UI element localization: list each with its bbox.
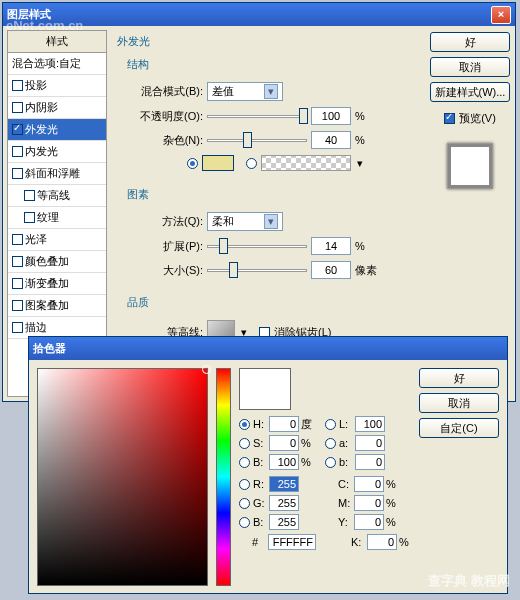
picker-ok-button[interactable]: 好 xyxy=(419,368,499,388)
preview-checkbox[interactable] xyxy=(444,113,455,124)
spread-input[interactable]: 14 xyxy=(311,237,351,255)
k-input[interactable]: 0 xyxy=(367,534,397,550)
sidebar-item-pattern-overlay[interactable]: 图案叠加 xyxy=(8,295,106,317)
group-quality: 品质 xyxy=(115,293,421,312)
h-radio[interactable] xyxy=(239,419,250,430)
g-input[interactable]: 255 xyxy=(269,495,299,511)
l-input[interactable]: 100 xyxy=(355,416,385,432)
h-input[interactable]: 0 xyxy=(269,416,299,432)
checkbox-icon[interactable] xyxy=(12,322,23,333)
color-preview-swatch[interactable] xyxy=(239,368,291,410)
technique-select[interactable]: 柔和▾ xyxy=(207,212,283,231)
sidebar-item-inner-shadow[interactable]: 内阴影 xyxy=(8,97,106,119)
preview-swatch xyxy=(447,143,493,189)
checkbox-icon[interactable] xyxy=(12,124,23,135)
close-icon[interactable]: × xyxy=(491,6,511,24)
opacity-label: 不透明度(O): xyxy=(127,109,203,124)
sidebar-item-texture[interactable]: 纹理 xyxy=(8,207,106,229)
l-radio[interactable] xyxy=(325,419,336,430)
spread-slider[interactable] xyxy=(207,238,307,254)
glow-color-swatch[interactable] xyxy=(202,155,234,171)
checkbox-icon[interactable] xyxy=(12,256,23,267)
blend-mode-select[interactable]: 差值▾ xyxy=(207,82,283,101)
ok-button[interactable]: 好 xyxy=(430,32,510,52)
panel-title: 外发光 xyxy=(115,32,421,51)
picker-cancel-button[interactable]: 取消 xyxy=(419,393,499,413)
hex-input[interactable]: FFFFFF xyxy=(268,534,316,550)
checkbox-icon[interactable] xyxy=(12,278,23,289)
sidebar-item-inner-glow[interactable]: 内发光 xyxy=(8,141,106,163)
layer-style-title: 图层样式 xyxy=(7,7,51,22)
color-gradient-radio[interactable] xyxy=(246,158,257,169)
glow-gradient-swatch[interactable] xyxy=(261,155,351,171)
sidebar-item-satin[interactable]: 光泽 xyxy=(8,229,106,251)
a-radio[interactable] xyxy=(325,438,336,449)
color-cursor-icon xyxy=(202,365,211,374)
color-picker-window: 拾色器 H:0度L:100 S:0%a:0 B:100%b:0 R:255C:0… xyxy=(28,336,508,594)
new-style-button[interactable]: 新建样式(W)... xyxy=(430,82,510,102)
bb-radio[interactable] xyxy=(239,517,250,528)
b-radio[interactable] xyxy=(325,457,336,468)
blend-mode-label: 混合模式(B): xyxy=(127,84,203,99)
checkbox-icon[interactable] xyxy=(12,234,23,245)
color-solid-radio[interactable] xyxy=(187,158,198,169)
m-input[interactable]: 0 xyxy=(354,495,384,511)
opacity-input[interactable]: 100 xyxy=(311,107,351,125)
checkbox-icon[interactable] xyxy=(12,80,23,91)
checkbox-icon[interactable] xyxy=(12,102,23,113)
preview-label: 预览(V) xyxy=(459,111,496,126)
b-input[interactable]: 0 xyxy=(355,454,385,470)
checkbox-icon[interactable] xyxy=(24,212,35,223)
sidebar-item-color-overlay[interactable]: 颜色叠加 xyxy=(8,251,106,273)
s-radio[interactable] xyxy=(239,438,250,449)
technique-label: 方法(Q): xyxy=(127,214,203,229)
color-field[interactable] xyxy=(37,368,208,586)
sidebar-item-gradient-overlay[interactable]: 渐变叠加 xyxy=(8,273,106,295)
layer-style-titlebar[interactable]: 图层样式 × xyxy=(3,3,515,26)
noise-input[interactable]: 40 xyxy=(311,131,351,149)
chevron-down-icon: ▾ xyxy=(264,84,278,99)
s-input[interactable]: 0 xyxy=(269,435,299,451)
sidebar-header: 样式 xyxy=(8,31,106,53)
checkbox-icon[interactable] xyxy=(12,300,23,311)
sidebar-blend-options[interactable]: 混合选项:自定 xyxy=(8,53,106,75)
g-radio[interactable] xyxy=(239,498,250,509)
hue-slider[interactable] xyxy=(216,368,231,586)
sidebar-item-contour[interactable]: 等高线 xyxy=(8,185,106,207)
a-input[interactable]: 0 xyxy=(355,435,385,451)
size-label: 大小(S): xyxy=(127,263,203,278)
color-picker-titlebar[interactable]: 拾色器 xyxy=(29,337,507,360)
sidebar-item-outer-glow[interactable]: 外发光 xyxy=(8,119,106,141)
bv-radio[interactable] xyxy=(239,457,250,468)
color-picker-title: 拾色器 xyxy=(33,341,66,356)
noise-label: 杂色(N): xyxy=(127,133,203,148)
checkbox-icon[interactable] xyxy=(12,146,23,157)
group-structure: 结构 xyxy=(115,55,421,74)
bb-input[interactable]: 255 xyxy=(269,514,299,530)
bv-input[interactable]: 100 xyxy=(269,454,299,470)
r-input[interactable]: 255 xyxy=(269,476,299,492)
picker-custom-button[interactable]: 自定(C) xyxy=(419,418,499,438)
c-input[interactable]: 0 xyxy=(354,476,384,492)
opacity-slider[interactable] xyxy=(207,108,307,124)
size-input[interactable]: 60 xyxy=(311,261,351,279)
cancel-button[interactable]: 取消 xyxy=(430,57,510,77)
checkbox-icon[interactable] xyxy=(12,168,23,179)
group-elements: 图素 xyxy=(115,185,421,204)
noise-slider[interactable] xyxy=(207,132,307,148)
checkbox-icon[interactable] xyxy=(24,190,35,201)
r-radio[interactable] xyxy=(239,479,250,490)
chevron-down-icon[interactable]: ▾ xyxy=(357,157,363,170)
spread-label: 扩展(P): xyxy=(127,239,203,254)
sidebar-item-bevel[interactable]: 斜面和浮雕 xyxy=(8,163,106,185)
size-slider[interactable] xyxy=(207,262,307,278)
y-input[interactable]: 0 xyxy=(354,514,384,530)
sidebar-item-drop-shadow[interactable]: 投影 xyxy=(8,75,106,97)
chevron-down-icon: ▾ xyxy=(264,214,278,229)
